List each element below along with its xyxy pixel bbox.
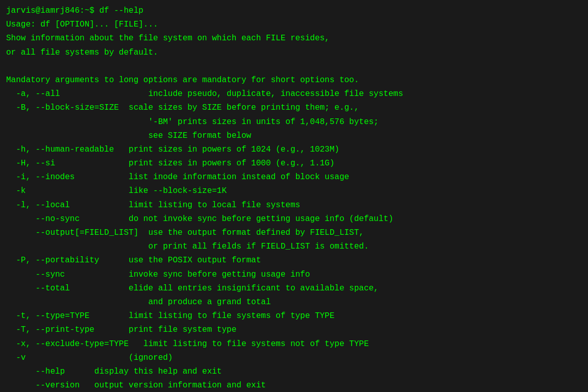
terminal-window: jarvis@iamrj846:~$ df --help Usage: df [… bbox=[6, 4, 582, 388]
terminal-output: jarvis@iamrj846:~$ df --help Usage: df [… bbox=[6, 4, 582, 392]
terminal-body: Usage: df [OPTION]... [FILE]... Show inf… bbox=[6, 20, 403, 390]
prompt-line: jarvis@iamrj846:~$ df --help bbox=[6, 6, 143, 15]
